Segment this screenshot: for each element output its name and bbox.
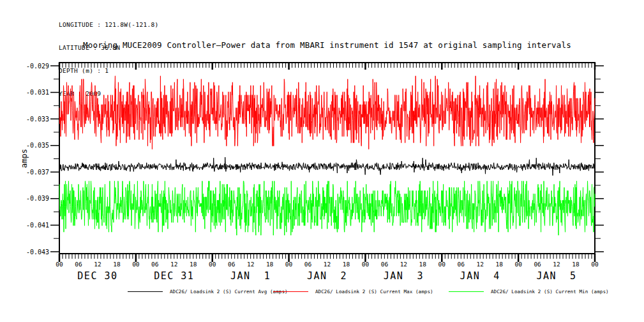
y-tick-label: -0.043 [26,249,49,256]
x-hour-label: 06 [228,261,236,268]
x-hour-label: 00 [56,261,63,268]
x-day-label: DEC 30 [77,270,117,282]
x-hour-label: 12 [553,261,560,268]
y-tick-label: -0.035 [26,142,49,149]
y-tick-label: -0.037 [26,169,49,176]
x-hour-label: 06 [381,261,389,268]
x-hour-label: 18 [113,261,121,268]
legend-line-min-icon [449,291,484,292]
y-tick-label: -0.039 [26,195,49,202]
right-axis-ticks [595,66,604,252]
x-hour-label: 18 [495,261,503,268]
x-hour-label: 06 [534,261,541,268]
x-hour-label: 12 [247,261,254,268]
legend-line-avg-icon [128,291,163,292]
series-max-line [59,76,595,150]
x-hour-label: 12 [324,261,331,268]
x-hour-label: 06 [458,261,465,268]
legend-entry-min: ADC26/ Loadsink 2 (S) Current Min (amps) [449,288,609,295]
x-hour-label: 18 [572,261,580,268]
y-tick-labels: -0.029-0.031-0.033-0.035-0.037-0.039-0.0… [26,63,49,256]
x-hour-label: 00 [438,261,446,268]
x-day-labels: DEC 30DEC 31JAN 1JAN 2JAN 3JAN 4JAN 5 [77,270,576,282]
x-hour-label: 06 [304,261,312,268]
legend-label-min: ADC26/ Loadsink 2 (S) Current Min (amps) [491,289,609,295]
x-day-label: JAN 3 [384,270,424,282]
x-hour-label: 12 [476,261,483,268]
x-hour-label: 06 [151,261,159,268]
x-hour-label: 12 [94,261,101,268]
x-day-label: JAN 2 [307,270,347,282]
chart-plot-area: -0.029-0.031-0.033-0.035-0.037-0.039-0.0… [0,0,644,322]
x-hour-label: 18 [266,261,274,268]
legend-label-max: ADC26/ Loadsink 2 (S) Current Max (amps) [315,289,433,295]
y-tick-label: -0.029 [26,63,49,70]
plot-page: LONGITUDE : 121.8W(-121.8) LATITUDE : 36… [0,0,644,322]
legend-label-avg: ADC26/ Loadsink 2 (S) Current Avg (amps) [170,289,288,295]
x-hour-label: 18 [190,261,197,268]
x-hour-labels: 0006121800061218000612180006121800061218… [56,261,599,268]
x-hour-label: 00 [362,261,370,268]
x-hour-label: 18 [343,261,350,268]
x-hour-label: 00 [514,261,522,268]
x-day-label: DEC 31 [154,270,194,282]
x-hour-label: 00 [132,261,140,268]
y-axis-title: amps [19,149,29,168]
y-tick-label: -0.031 [26,89,49,96]
legend-line-max-icon [273,291,308,292]
series-avg-line [59,157,595,176]
x-hour-label: 00 [591,261,599,268]
x-hour-label: 12 [170,261,177,268]
x-hour-label: 00 [285,261,293,268]
top-axis-ticks [59,63,595,70]
x-day-label: JAN 4 [460,270,500,282]
x-day-label: JAN 1 [230,270,271,282]
left-axis-ticks [50,66,59,252]
x-day-label: JAN 5 [536,270,576,282]
y-tick-label: -0.033 [26,116,49,123]
series-min-line [59,181,595,235]
legend-entry-max: ADC26/ Loadsink 2 (S) Current Max (amps) [273,288,433,295]
y-tick-label: -0.041 [26,222,49,229]
x-hour-label: 06 [75,261,82,268]
x-hour-label: 12 [400,261,407,268]
x-hour-label: 18 [419,261,427,268]
legend-entry-avg: ADC26/ Loadsink 2 (S) Current Avg (amps) [128,288,288,295]
x-hour-label: 00 [209,261,216,268]
